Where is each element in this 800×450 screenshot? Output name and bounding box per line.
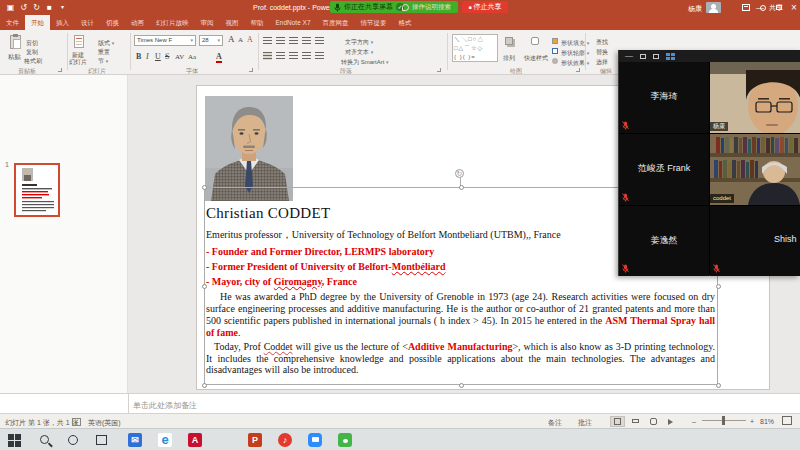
reset-button[interactable]: 重置: [98, 48, 110, 57]
resize-handle[interactable]: [459, 185, 464, 190]
arrange-icon[interactable]: [505, 37, 513, 45]
normal-view-button[interactable]: [610, 416, 625, 427]
align-center-icon[interactable]: [276, 52, 285, 60]
gallery-view-icon[interactable]: [666, 53, 675, 60]
tell-me-search[interactable]: 操作说明搜索: [402, 0, 451, 15]
tab-file[interactable]: 文件: [0, 15, 25, 30]
zoom-out-button[interactable]: –: [692, 418, 696, 425]
convert-smartart-button[interactable]: 转换为 SmartArt ▾: [341, 58, 389, 67]
save-icon[interactable]: ▣: [6, 3, 15, 12]
bold-button[interactable]: B: [136, 52, 141, 61]
share-button[interactable]: 共享: [760, 0, 783, 15]
tab-insert[interactable]: 插入: [50, 15, 75, 30]
slideshow-view-button[interactable]: [664, 416, 679, 427]
clear-formatting-icon[interactable]: A: [247, 35, 253, 44]
undo-icon[interactable]: ↺: [19, 3, 28, 12]
wechat-app-icon[interactable]: [338, 433, 352, 447]
edge-app-icon[interactable]: e: [158, 433, 172, 447]
spellcheck-icon[interactable]: ✓: [72, 418, 81, 426]
slide-thumbnail[interactable]: [14, 163, 60, 217]
quick-styles-icon[interactable]: [531, 37, 539, 45]
clipboard-dialog-launcher-icon[interactable]: [58, 68, 62, 72]
slideshow-icon[interactable]: ■: [45, 3, 54, 12]
portrait-photo[interactable]: [205, 96, 293, 201]
music-app-icon[interactable]: ♪: [278, 433, 292, 447]
notes-pane[interactable]: 单击此处添加备注: [0, 393, 800, 413]
new-slide-icon[interactable]: [74, 35, 84, 48]
fit-to-window-icon[interactable]: [782, 416, 792, 425]
participant-tile[interactable]: Shish: [710, 206, 800, 276]
panel-minimize-icon[interactable]: —: [625, 50, 633, 62]
columns-icon[interactable]: [315, 52, 324, 60]
select-button[interactable]: 选择: [596, 58, 608, 67]
cortana-button[interactable]: [66, 433, 80, 447]
reading-view-button[interactable]: [646, 416, 661, 427]
tab-view[interactable]: 视图: [220, 15, 245, 30]
account-name[interactable]: 杨康: [688, 4, 702, 14]
font-size-select[interactable]: 28▾: [199, 35, 223, 46]
paste-icon[interactable]: [10, 35, 21, 49]
close-button[interactable]: ×: [786, 0, 800, 15]
tab-storyboarding[interactable]: 情节提要: [355, 15, 393, 30]
bullets-icon[interactable]: [263, 37, 272, 45]
increase-indent-icon[interactable]: [302, 37, 311, 45]
align-text-button[interactable]: 对齐文本 ▾: [345, 48, 373, 57]
taskbar-search-button[interactable]: [38, 433, 52, 447]
section-button[interactable]: 节 ▾: [98, 57, 108, 66]
resize-handle[interactable]: [202, 284, 207, 289]
shapes-gallery[interactable]: ＼╲□○△ □△⌒☆◇ { }( )=: [452, 34, 498, 62]
tab-slideshow[interactable]: 幻灯片放映: [150, 15, 195, 30]
paste-button[interactable]: 粘贴: [8, 53, 21, 62]
powerpoint-app-icon[interactable]: P: [248, 433, 262, 447]
avatar[interactable]: [706, 2, 721, 13]
format-painter-button[interactable]: 格式刷: [24, 57, 42, 66]
arrange-button[interactable]: 排列: [503, 54, 515, 63]
slide-sorter-view-button[interactable]: [628, 416, 643, 427]
participant-tile[interactable]: 李海琦: [619, 62, 709, 133]
tab-animations[interactable]: 动画: [125, 15, 150, 30]
task-view-button[interactable]: [94, 433, 108, 447]
resize-handle[interactable]: [716, 284, 721, 289]
align-right-icon[interactable]: [289, 52, 298, 60]
grow-font-icon[interactable]: A: [228, 34, 235, 44]
new-slide-button-line2[interactable]: 幻灯片: [69, 58, 87, 67]
font-name-select[interactable]: Times New F▾: [134, 35, 196, 46]
decrease-indent-icon[interactable]: [289, 37, 298, 45]
font-dialog-launcher-icon[interactable]: [249, 68, 253, 72]
tab-help[interactable]: 帮助: [245, 15, 270, 30]
resize-handle[interactable]: [202, 185, 207, 190]
drawing-dialog-launcher-icon[interactable]: [576, 68, 580, 72]
tab-format[interactable]: 格式: [393, 15, 418, 30]
zoom-app-icon[interactable]: [308, 433, 322, 447]
comments-toggle[interactable]: 批注: [578, 418, 592, 428]
replace-button[interactable]: 替换: [596, 48, 608, 57]
participant-video-tile[interactable]: 杨康: [710, 62, 800, 133]
start-button[interactable]: [8, 433, 22, 447]
redo-icon[interactable]: ↻: [32, 3, 41, 12]
quick-styles-button[interactable]: 快速样式: [524, 54, 548, 63]
font-color-button[interactable]: A: [216, 52, 222, 63]
resize-handle[interactable]: [202, 383, 207, 388]
active-speaker-video-tile[interactable]: coddet: [710, 134, 800, 205]
rotate-handle-icon[interactable]: ↻: [455, 169, 464, 178]
change-case-icon[interactable]: Aa: [188, 53, 196, 61]
zoom-percentage[interactable]: 81%: [760, 418, 774, 425]
thumbnail-view-icon[interactable]: [653, 54, 659, 59]
italic-button[interactable]: I: [146, 52, 149, 61]
tab-design[interactable]: 设计: [75, 15, 100, 30]
cut-button[interactable]: 剪切: [26, 39, 38, 48]
strikethrough-button[interactable]: S: [165, 52, 169, 61]
zoom-in-button[interactable]: +: [750, 418, 754, 425]
paragraph-dialog-launcher-icon[interactable]: [437, 68, 441, 72]
text-direction-button[interactable]: 文字方向 ▾: [345, 38, 373, 47]
ribbon-display-options-icon[interactable]: [742, 4, 750, 11]
participant-tile[interactable]: 姜逸然: [619, 206, 709, 276]
acrobat-app-icon[interactable]: A: [188, 433, 202, 447]
character-spacing-icon[interactable]: AV: [175, 53, 184, 61]
qat-customize-icon[interactable]: ▾: [58, 3, 67, 12]
tab-baidu-netdisk[interactable]: 百度网盘: [317, 15, 355, 30]
pane-divider[interactable]: [128, 394, 129, 414]
language-indicator[interactable]: 英语(英国): [88, 418, 121, 428]
participant-tile[interactable]: 范峻丞 Frank: [619, 134, 709, 205]
mail-app-icon[interactable]: ✉: [128, 433, 142, 447]
